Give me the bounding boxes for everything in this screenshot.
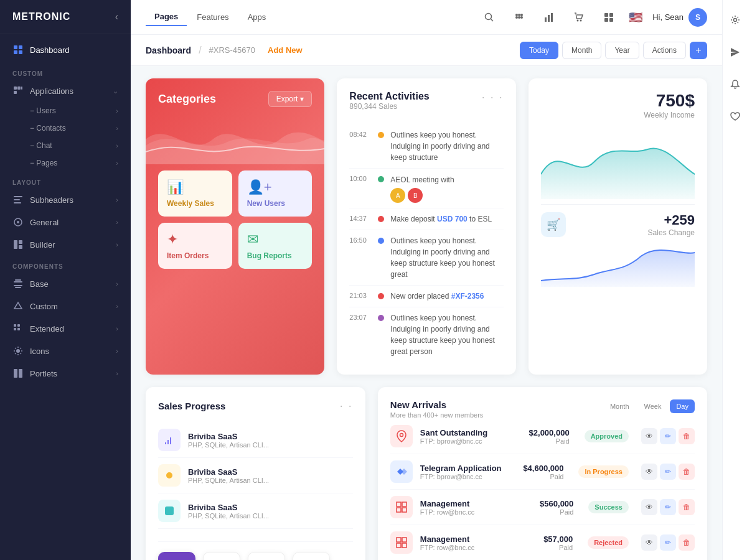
edit-button-4[interactable]: ✏	[660, 534, 676, 551]
activities-menu[interactable]: · · ·	[482, 91, 504, 104]
delete-button-4[interactable]: 🗑	[679, 534, 695, 551]
arrivals-tab-week[interactable]: Week	[638, 399, 668, 413]
builder-icon	[12, 239, 24, 250]
edit-button-3[interactable]: ✏	[660, 499, 676, 515]
grid-icon-button[interactable]	[599, 7, 619, 27]
sidebar-sub-contacts[interactable]: − Contacts ›	[30, 119, 131, 137]
right-heart-icon[interactable]	[725, 107, 745, 127]
delete-button-2[interactable]: 🗑	[679, 464, 695, 480]
right-send-icon[interactable]	[725, 42, 745, 62]
sidebar-item-base[interactable]: Base ›	[0, 273, 131, 295]
avatar-2: B	[408, 188, 423, 203]
arrival-info-4: Management FTP: row@bnc.cc	[420, 534, 536, 551]
sidebar-item-custom[interactable]: Custom ›	[0, 295, 131, 317]
svg-rect-25	[14, 369, 17, 378]
sidebar-sub-pages[interactable]: − Pages ›	[30, 154, 131, 172]
activity-dot	[378, 238, 384, 244]
content-area: Categories Export ▾ 📊	[131, 66, 722, 560]
tab-pages[interactable]: Pages	[146, 8, 187, 26]
tab-features[interactable]: Features	[188, 9, 237, 26]
chart-icon-button[interactable]	[539, 7, 559, 27]
tile-new-users[interactable]: 👤+ New Users	[238, 170, 312, 217]
arrivals-tabs: Month Week Day	[604, 399, 695, 413]
svg-rect-15	[19, 245, 22, 249]
dashboard-icon	[12, 44, 24, 55]
right-bell-icon[interactable]	[725, 75, 745, 95]
sidebar-item-icons[interactable]: Icons ›	[0, 340, 131, 362]
dashboard-label: Dashboard	[30, 45, 70, 55]
search-icon-button[interactable]	[479, 7, 499, 27]
tab-apps[interactable]: Apps	[239, 9, 275, 26]
arrival-amount-2: $4,600,000 Paid	[523, 464, 563, 480]
progress-item: Briviba SaaS PHP, SQLite, Artisan CLI...	[158, 422, 353, 458]
svg-rect-62	[402, 538, 406, 542]
categories-header: Categories Export ▾	[158, 91, 312, 107]
view-button-2[interactable]: 👁	[641, 464, 657, 480]
subheader-plus-button[interactable]: +	[690, 42, 707, 59]
sidebar-brand: METRONIC ‹	[0, 0, 131, 34]
delete-button-3[interactable]: 🗑	[679, 499, 695, 515]
components-section-label: COMPONENTS	[0, 256, 131, 273]
topnav-tabs: Pages Features Apps	[146, 8, 477, 26]
sidebar-item-subheaders[interactable]: Subheaders ›	[0, 189, 131, 211]
svg-rect-40	[609, 13, 613, 17]
tile-bug-reports[interactable]: ✉ Bug Reports	[238, 223, 312, 269]
svg-rect-26	[19, 369, 22, 378]
tile-weekly-sales[interactable]: 📊 Weekly Sales	[158, 170, 232, 217]
page-title: Dashboard	[146, 45, 191, 55]
view-button-4[interactable]: 👁	[641, 534, 657, 551]
breadcrumb-id: #XRS-45670	[209, 45, 255, 55]
tile-item-orders[interactable]: ✦ Item Orders	[158, 223, 232, 269]
right-settings-icon[interactable]	[725, 10, 745, 30]
activity-item: 14:37 Make deposit USD 700 to ESL	[349, 208, 503, 230]
angular-icon[interactable]	[293, 552, 330, 560]
chat-label: − Chat	[30, 141, 52, 150]
arrivals-tab-month[interactable]: Month	[604, 399, 636, 413]
actions-dropdown-button[interactable]: Actions	[643, 42, 686, 59]
svg-rect-43	[165, 442, 166, 444]
sidebar-item-dashboard[interactable]: Dashboard	[0, 37, 131, 63]
sidebar-item-general[interactable]: General ›	[0, 211, 131, 233]
sidebar-sub-chat[interactable]: − Chat ›	[30, 137, 131, 154]
react-icon[interactable]	[248, 552, 285, 560]
add-new-button[interactable]: Add New	[263, 43, 308, 57]
vue-icon[interactable]	[203, 552, 240, 560]
edit-button-2[interactable]: ✏	[660, 464, 676, 480]
framework-icons: B	[158, 541, 353, 560]
sidebar-sub-users[interactable]: − Users ›	[30, 102, 131, 119]
svg-rect-17	[14, 285, 22, 286]
activity-item: 23:07 Outlines keep you honest. Indulgin…	[349, 307, 503, 362]
cart-icon-button[interactable]	[569, 7, 589, 27]
sidebar-item-applications[interactable]: Applications ⌄	[0, 80, 131, 102]
export-button[interactable]: Export ▾	[268, 91, 312, 107]
arrivals-tab-day[interactable]: Day	[670, 399, 695, 413]
sales-progress-card: Sales Progress · · Briviba SaaS PHP, SQL…	[146, 387, 365, 560]
delete-button-1[interactable]: 🗑	[679, 428, 695, 444]
filter-month-button[interactable]: Month	[562, 42, 601, 59]
svg-rect-20	[14, 324, 16, 327]
view-button-3[interactable]: 👁	[641, 499, 657, 515]
sales-chart	[541, 237, 695, 287]
sales-progress-menu[interactable]: · ·	[340, 399, 353, 413]
arrival-amount-4: $57,000 Paid	[543, 534, 573, 551]
progress-item: Briviba SaaS PHP, SQLite, Artisan CLI...	[158, 458, 353, 493]
view-button-1[interactable]: 👁	[641, 428, 657, 444]
user-menu[interactable]: Hi, Sean S	[652, 8, 707, 27]
filter-year-button[interactable]: Year	[605, 42, 639, 59]
progress-avatar-2	[158, 464, 181, 487]
bottom-grid: Sales Progress · · Briviba SaaS PHP, SQL…	[131, 387, 722, 560]
sidebar-collapse-button[interactable]: ‹	[115, 11, 118, 22]
bootstrap-icon[interactable]: B	[158, 552, 195, 560]
filter-today-button[interactable]: Today	[520, 42, 558, 59]
apps-grid-icon-button[interactable]	[509, 7, 529, 27]
progress-item: Briviba SaaS PHP, SQLite, Artisan CLI...	[158, 493, 353, 529]
edit-button-1[interactable]: ✏	[660, 428, 676, 444]
sales-change-value: +259	[573, 212, 695, 228]
activity-dot	[378, 176, 384, 182]
sales-change-text: +259 Sales Change	[573, 212, 695, 237]
sidebar: METRONIC ‹ Dashboard CUSTOM Applications…	[0, 0, 131, 560]
sidebar-item-builder[interactable]: Builder ›	[0, 233, 131, 256]
sidebar-item-portlets[interactable]: Portlets ›	[0, 362, 131, 385]
sidebar-item-extended[interactable]: Extended ›	[0, 317, 131, 340]
svg-rect-23	[17, 328, 20, 330]
